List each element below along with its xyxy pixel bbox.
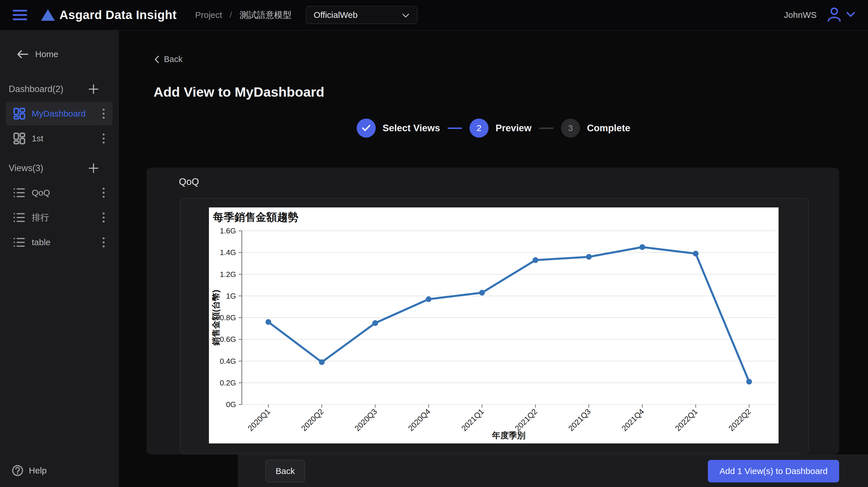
svg-text:2021Q1: 2021Q1 — [460, 407, 486, 433]
sidebar-item-label: 1st — [32, 134, 43, 143]
page-title: Add View to MyDashboard — [154, 84, 324, 100]
footer-bar: Back Add 1 View(s) to Dashboard — [238, 455, 868, 487]
step-3-circle: 3 — [561, 119, 580, 138]
sidebar-item-ranking[interactable]: 排行 — [6, 206, 113, 229]
item-menu-kebab-icon[interactable] — [102, 187, 105, 198]
check-icon — [362, 125, 371, 132]
sidebar-item-mydashboard[interactable]: MyDashboard — [6, 102, 113, 126]
help-button[interactable]: Help — [11, 464, 47, 477]
svg-text:銷售金額(台幣): 銷售金額(台幣) — [211, 290, 220, 346]
arrow-left-icon — [16, 50, 29, 59]
sidebar-item-label: MyDashboard — [32, 109, 86, 119]
item-menu-kebab-icon[interactable] — [102, 212, 105, 223]
svg-text:2022Q2: 2022Q2 — [727, 407, 752, 433]
sidebar-dashboards-header: Dashboard(2) — [0, 84, 119, 94]
svg-text:2022Q1: 2022Q1 — [674, 407, 699, 433]
hamburger-menu-icon[interactable] — [13, 10, 27, 20]
add-dashboard-button[interactable] — [88, 84, 99, 94]
step-2-label: Preview — [495, 123, 531, 134]
dashboard-list: MyDashboard 1st — [0, 102, 119, 150]
project-dropdown[interactable]: OfficialWeb — [306, 6, 417, 24]
chevron-left-icon — [154, 55, 159, 63]
project-dropdown-value: OfficialWeb — [314, 10, 358, 20]
step-preview: 2 Preview — [469, 119, 531, 138]
plus-icon — [88, 84, 99, 94]
sidebar-item-label: 排行 — [32, 212, 49, 224]
svg-text:每季銷售金額趨勢: 每季銷售金額趨勢 — [213, 211, 299, 223]
sidebar-item-table[interactable]: table — [6, 230, 113, 254]
svg-text:2021Q4: 2021Q4 — [620, 407, 646, 433]
svg-text:0.8G: 0.8G — [220, 313, 236, 322]
item-menu-kebab-icon[interactable] — [102, 133, 105, 144]
step-connector — [447, 128, 462, 129]
sidebar-dashboards-header-label: Dashboard(2) — [9, 84, 63, 94]
dashboard-grid-icon — [13, 108, 25, 120]
svg-text:1.2G: 1.2G — [220, 270, 236, 279]
add-view-button[interactable] — [88, 163, 99, 173]
sidebar-item-qoq[interactable]: QoQ — [6, 181, 113, 204]
list-icon — [13, 188, 25, 198]
svg-text:0.6G: 0.6G — [220, 335, 236, 344]
dashboard-grid-icon — [13, 132, 25, 144]
sidebar-home-label: Home — [35, 49, 58, 59]
step-connector — [539, 128, 554, 129]
user-menu-chevron-icon[interactable] — [846, 11, 855, 19]
list-icon — [13, 237, 25, 248]
svg-text:年度季別: 年度季別 — [492, 431, 525, 440]
views-list: QoQ 排行 — [0, 181, 119, 254]
svg-text:0G: 0G — [226, 400, 236, 409]
step-complete: 3 Complete — [561, 119, 630, 138]
sidebar-home-link[interactable]: Home — [0, 49, 119, 59]
svg-text:0.2G: 0.2G — [220, 379, 236, 387]
svg-text:0.4G: 0.4G — [220, 357, 236, 365]
breadcrumb-current: 測試語意模型 — [240, 9, 291, 21]
step-3-label: Complete — [587, 123, 630, 134]
svg-text:2021Q2: 2021Q2 — [514, 407, 539, 433]
help-label: Help — [29, 466, 47, 476]
plus-icon — [88, 163, 99, 173]
chart-panel: 0G0.2G0.4G0.6G0.8G1G1.2G1.4G1.6G2020Q120… — [180, 198, 809, 454]
topbar: Asgard Data Insight Project / 測試語意模型 Off… — [0, 0, 868, 30]
back-link[interactable]: Back — [154, 55, 182, 64]
app-window: Asgard Data Insight Project / 測試語意模型 Off… — [0, 0, 868, 487]
back-link-label: Back — [164, 55, 182, 64]
step-select-views: Select Views — [356, 119, 440, 138]
view-name: QoQ — [179, 176, 199, 187]
svg-text:2020Q1: 2020Q1 — [246, 407, 272, 433]
view-preview-card: QoQ 0G0.2G0.4G0.6G0.8G1G1.2G1.4G1.6G2020… — [147, 168, 839, 454]
list-icon — [13, 212, 25, 223]
step-1-label: Select Views — [383, 123, 440, 134]
item-menu-kebab-icon[interactable] — [102, 236, 105, 248]
svg-text:1G: 1G — [226, 292, 236, 300]
sidebar-views-header-label: Views(3) — [9, 163, 43, 173]
user-name: JohnWS — [784, 10, 817, 20]
main-content: Back Add View to MyDashboard Select View… — [119, 30, 868, 487]
item-menu-kebab-icon[interactable] — [102, 108, 105, 120]
svg-text:2020Q2: 2020Q2 — [300, 407, 325, 433]
svg-text:1.4G: 1.4G — [220, 248, 236, 257]
breadcrumb-separator: / — [230, 10, 232, 20]
svg-text:2021Q3: 2021Q3 — [567, 407, 592, 433]
chart-area: 0G0.2G0.4G0.6G0.8G1G1.2G1.4G1.6G2020Q120… — [209, 207, 779, 444]
sidebar-item-label: QoQ — [32, 188, 50, 198]
svg-text:1.6G: 1.6G — [220, 226, 236, 235]
breadcrumb-project[interactable]: Project — [195, 10, 222, 20]
svg-text:2020Q3: 2020Q3 — [353, 407, 379, 433]
user-avatar-icon[interactable] — [827, 7, 842, 23]
svg-text:2020Q4: 2020Q4 — [406, 407, 432, 433]
sidebar-item-label: table — [32, 237, 51, 247]
sidebar-item-1st[interactable]: 1st — [6, 127, 113, 150]
breadcrumb: Project / 測試語意模型 — [195, 9, 291, 21]
footer-back-button[interactable]: Back — [266, 460, 305, 482]
chevron-down-icon — [402, 10, 409, 20]
help-circle-icon — [11, 464, 24, 477]
sidebar: Home Dashboard(2) MyDashboard — [0, 30, 119, 487]
qoq-line-chart: 0G0.2G0.4G0.6G0.8G1G1.2G1.4G1.6G2020Q120… — [209, 207, 779, 444]
app-title: Asgard Data Insight — [59, 8, 177, 22]
step-1-circle — [356, 119, 376, 138]
add-views-to-dashboard-button[interactable]: Add 1 View(s) to Dashboard — [708, 460, 839, 482]
sidebar-views-header: Views(3) — [0, 163, 119, 173]
stepper: Select Views 2 Preview 3 Complete — [119, 119, 868, 138]
step-2-circle: 2 — [469, 119, 489, 138]
app-logo-icon — [41, 9, 55, 21]
